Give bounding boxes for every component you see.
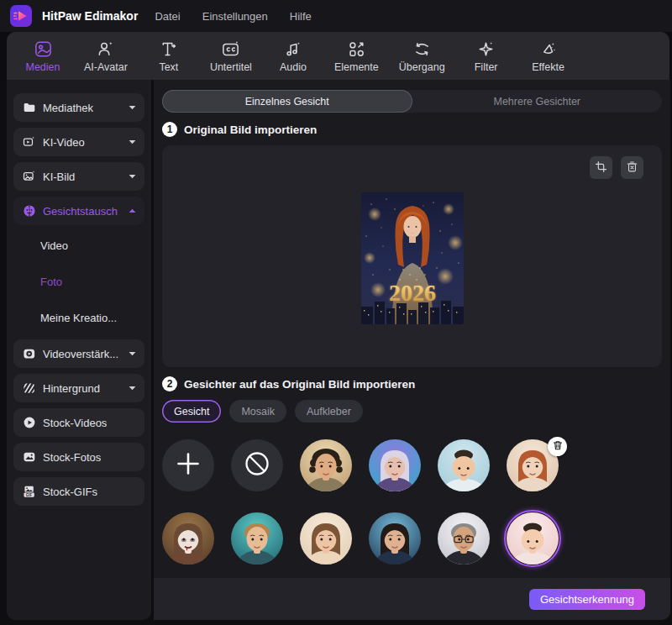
step2-row: 2 Gesichter auf das Original Bild import… (162, 376, 670, 391)
caret-down-icon (129, 386, 136, 391)
caret-down-icon (129, 174, 136, 179)
sidebar: Mediathek KI-Video KI-Bild Gesichtstausc… (7, 80, 151, 620)
sidebar-item-ki-bild[interactable]: KI-Bild (13, 162, 144, 191)
overlay-mode-buttons: GesichtMosaikAufkleber (162, 400, 670, 423)
delete-image-button[interactable] (621, 156, 643, 179)
effects-icon (538, 39, 558, 60)
mode-aufkleber-button[interactable]: Aufkleber (295, 400, 363, 423)
ki-image-icon (22, 170, 36, 184)
toolbar-item-text[interactable]: Text (138, 39, 200, 73)
gif-icon: GIF (22, 485, 36, 499)
toolbar-item-effekte[interactable]: Effekte (517, 39, 580, 73)
sidebar-item-videoverstaerker[interactable]: Videoverstärk... (13, 339, 144, 368)
face-gallery (162, 439, 670, 565)
title-bar: HitPaw Edimakor DateiEinstellungenHilfe (0, 0, 672, 32)
face-swap-panel: Einzelnes GesichtMehrere Gesichter 1 Ori… (154, 80, 670, 620)
sidebar-item-hintergrund[interactable]: Hintergrund (13, 374, 144, 402)
sidebar-item-mediathek[interactable]: Mediathek (13, 93, 144, 122)
step1-row: 1 Original Bild importieren (162, 122, 670, 137)
subtitles-icon (221, 39, 240, 60)
video-enhance-icon (22, 347, 36, 361)
caret-down-icon (129, 351, 136, 356)
toolbar-item-ai-avatar[interactable]: AI-Avatar (74, 39, 138, 73)
avatar-redhead-woman[interactable] (507, 439, 559, 491)
sidebar-item-stock-videos[interactable]: Stock-Videos (13, 408, 144, 437)
face-detection-button[interactable]: Gesichtserkennung (529, 589, 645, 610)
media-icon (34, 39, 53, 60)
face-row-1 (162, 439, 670, 491)
menu-einstellungen[interactable]: Einstellungen (202, 10, 268, 23)
no-face-button[interactable] (231, 439, 283, 491)
text-icon (159, 39, 178, 60)
add-face-button[interactable] (162, 439, 214, 491)
tab-single-face[interactable]: Einzelnes Gesicht (162, 90, 412, 113)
original-image-dropzone[interactable]: 2026 2026 (162, 145, 662, 367)
mode-gesicht-button[interactable]: Gesicht (162, 400, 221, 423)
sidebar-item-stock-gifs[interactable]: GIF Stock-GIFs (13, 477, 144, 506)
panel-footer: Gesichtserkennung (154, 578, 670, 620)
content-area: Mediathek KI-Video KI-Bild Gesichtstausc… (0, 80, 672, 625)
step2-number-badge: 2 (162, 376, 177, 391)
avatar-suit-man-glasses[interactable] (438, 512, 490, 565)
block-icon (231, 438, 283, 493)
svg-text:2026: 2026 (389, 280, 436, 306)
avatar-baby-blue[interactable] (438, 439, 490, 491)
avatar-blonde-woman-neon[interactable] (369, 439, 421, 491)
filter-icon (476, 39, 496, 60)
crop-button[interactable] (590, 156, 612, 179)
delete-face-button[interactable] (548, 437, 567, 456)
main-toolbar: Medien AI-Avatar Text Untertitel Audio E… (7, 32, 669, 80)
original-image-preview: 2026 2026 (361, 192, 464, 324)
avatar-teen-boy[interactable] (231, 512, 283, 565)
toolbar-item-filter[interactable]: Filter (455, 39, 517, 73)
toolbar-item-audio[interactable]: Audio (262, 39, 324, 73)
transition-icon (412, 39, 432, 60)
caret-up-icon (129, 208, 136, 213)
svg-text:GIF: GIF (25, 493, 32, 497)
toolbar-item-medien[interactable]: Medien (12, 39, 74, 73)
sidebar-item-gesichtstausch[interactable]: Gesichtstausch (13, 197, 144, 225)
toolbar-item-uebergang[interactable]: Übergang (389, 39, 455, 73)
menu-bar: DateiEinstellungenHilfe (155, 10, 311, 23)
audio-icon (283, 39, 302, 60)
plus-icon (162, 438, 214, 493)
trash-icon (552, 439, 564, 454)
avatar-business-woman[interactable] (369, 512, 421, 565)
avatar-baby-pink[interactable] (507, 512, 559, 565)
crop-icon (594, 160, 608, 176)
step2-label: Gesichter auf das Original Bild importie… (184, 378, 415, 391)
sidebar-item-stock-fotos[interactable]: Stock-Fotos (13, 443, 144, 471)
ai-avatar-icon (96, 39, 115, 60)
avatar-young-man-curly[interactable] (300, 439, 352, 491)
step1-label: Original Bild importieren (184, 123, 317, 136)
preview-actions (590, 156, 643, 179)
face-swap-icon (22, 204, 36, 218)
stock-photo-icon (22, 450, 36, 465)
menu-hilfe[interactable]: Hilfe (290, 10, 312, 23)
app-title: HitPaw Edimakor (42, 9, 138, 23)
step1-number-badge: 1 (162, 122, 177, 137)
delete-image-icon (625, 160, 639, 176)
toolbar-item-elemente[interactable]: Elemente (324, 39, 389, 73)
sidebar-item-video[interactable]: Video (13, 231, 144, 260)
caret-down-icon (129, 105, 136, 110)
face-row-2 (162, 512, 670, 565)
folder-icon (22, 101, 36, 115)
face-mode-tabs: Einzelnes GesichtMehrere Gesichter (162, 90, 662, 113)
app-logo-icon (10, 5, 32, 27)
sidebar-item-ki-video[interactable]: KI-Video (13, 128, 144, 156)
avatar-vampire-woman[interactable] (162, 512, 214, 565)
mode-mosaik-button[interactable]: Mosaik (229, 400, 286, 423)
avatar-smiling-woman[interactable] (300, 512, 352, 565)
sidebar-item-meine-kreationen[interactable]: Meine Kreatio... (13, 303, 144, 332)
elements-icon (347, 39, 366, 60)
caret-down-icon (129, 139, 136, 144)
menu-datei[interactable]: Datei (155, 10, 180, 23)
ki-video-icon (22, 135, 36, 150)
stock-video-icon (22, 416, 36, 430)
tab-multiple-faces[interactable]: Mehrere Gesichter (412, 90, 663, 113)
toolbar-item-untertitel[interactable]: Untertitel (200, 39, 262, 73)
sidebar-item-foto[interactable]: Foto (13, 267, 144, 296)
background-icon (22, 381, 36, 396)
